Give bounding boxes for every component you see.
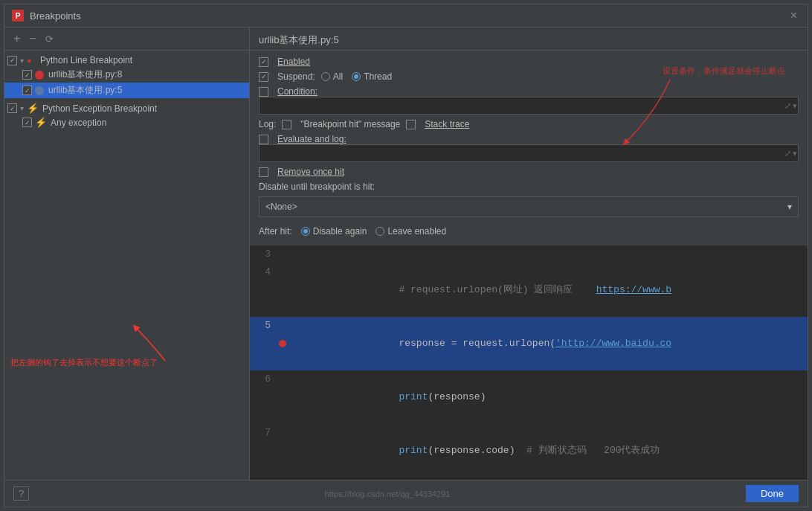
checkbox-any-exception[interactable] <box>22 118 32 127</box>
checkbox-suspend[interactable] <box>259 72 268 82</box>
dropdown-chevron: ▾ <box>787 202 792 212</box>
line-content-7: print(response.code) # 判断状态码 200代表成功 <box>289 424 808 478</box>
code-lines: 3 4 # request.urlopen(网址) 返回响应 https://w… <box>250 245 808 480</box>
expand-arrow-exc: ▾ <box>20 104 24 112</box>
tree-item-python-line-bp[interactable]: ▾ ● Python Line Breakpoint <box>4 54 249 67</box>
bp-icon-line: ● <box>27 56 36 65</box>
checkbox-evaluate[interactable] <box>259 135 268 144</box>
checkbox-condition[interactable] <box>259 87 268 97</box>
evaluate-input-row: ⤢ ▾ <box>259 144 799 162</box>
radio-thread-circle <box>352 72 361 81</box>
checkbox-enabled[interactable] <box>259 57 268 67</box>
checkbox-python-exc-bp[interactable] <box>7 103 17 113</box>
disable-until-dropdown[interactable]: <None> ▾ <box>259 196 799 217</box>
after-hit-label: After hit: <box>259 226 292 237</box>
code-line-7: 7 print(response.code) # 判断状态码 200代表成功 <box>250 424 808 478</box>
code-area: 3 4 # request.urlopen(网址) 返回响应 https://w… <box>250 245 808 480</box>
evaluate-input-wrapper: ⤢ ▾ <box>259 144 799 162</box>
settings-area: Enabled Suspend: All Thread <box>250 51 808 245</box>
line-num-4: 4 <box>250 263 277 317</box>
left-panel: + − ⟳ ▾ ● Python Line Breakpoint urllib基… <box>4 28 250 480</box>
checkbox-python-line-bp[interactable] <box>7 56 17 65</box>
checkbox-urllib-py8[interactable] <box>22 70 32 80</box>
expand-arrow: ▾ <box>20 57 24 65</box>
line-content-5: response = request.urlopen('http://www.b… <box>289 317 808 370</box>
code-line-3: 3 <box>250 245 808 263</box>
code-url: https://www.b <box>596 284 671 295</box>
bp-marker-4 <box>277 263 289 317</box>
radio-leave-circle <box>376 227 384 236</box>
restore-button[interactable]: ⟳ <box>42 32 57 46</box>
main-content: + − ⟳ ▾ ● Python Line Breakpoint urllib基… <box>4 28 808 480</box>
annotation-right: 设置条件，条件满足就会停止断点 <box>663 65 785 77</box>
line-num-5: 5 <box>250 317 277 370</box>
radio-all[interactable]: All <box>321 71 343 82</box>
condition-input[interactable] <box>259 97 799 115</box>
tree-item-any-exception[interactable]: ⚡ Any exception <box>4 115 249 129</box>
radio-thread[interactable]: Thread <box>352 71 392 82</box>
code-indent <box>376 284 399 295</box>
dropdown-icon-eval[interactable]: ▾ <box>793 149 797 158</box>
evaluate-input[interactable] <box>259 144 799 162</box>
close-button[interactable]: × <box>787 9 800 22</box>
evaluate-row: Evaluate and log: <box>259 134 799 144</box>
toolbar: + − ⟳ <box>4 28 249 51</box>
done-button[interactable]: Done <box>746 485 799 502</box>
bp-hit-label: "Breakpoint hit" message <box>300 119 400 129</box>
line-num-7: 7 <box>250 424 277 478</box>
bp-marker-3 <box>277 245 289 263</box>
radio-thread-label: Thread <box>364 71 392 82</box>
tree-item-python-exc-bp[interactable]: ▾ ⚡ Python Exception Breakpoint <box>4 101 249 115</box>
label-any-exception: Any exception <box>51 118 106 128</box>
dropdown-value: <None> <box>265 202 297 212</box>
tree-item-urllib-py8[interactable]: urllib基本使用.py:8 <box>4 67 249 83</box>
expand-icon[interactable]: ⤢ <box>784 101 791 111</box>
suspend-radio-group: All Thread <box>321 71 392 82</box>
radio-leave-enabled[interactable]: Leave enabled <box>376 226 446 237</box>
label-urllib-py8: urllib基本使用.py:8 <box>48 68 122 81</box>
app-icon: P <box>12 10 24 22</box>
status-url: https://blog.csdn.net/qq_44334291 <box>325 489 451 498</box>
suspend-label: Suspend: <box>277 71 315 82</box>
condition-input-icons: ⤢ ▾ <box>784 101 797 111</box>
checkbox-stack-trace[interactable] <box>406 120 416 129</box>
annotation-arrow-left <box>128 320 173 364</box>
disable-until-section: Disable until breakpoint is hit: <None> … <box>259 181 799 219</box>
disable-again-label: Disable again <box>313 226 367 237</box>
checkbox-remove-once[interactable] <box>259 167 268 177</box>
remove-once-row: Remove once hit <box>259 167 799 177</box>
radio-disable-again[interactable]: Disable again <box>301 226 367 237</box>
evaluate-label: Evaluate and log: <box>277 134 347 144</box>
line-num-6: 6 <box>250 370 277 424</box>
bp-marker-7 <box>277 424 289 478</box>
line-content-6: print(response) <box>289 370 808 424</box>
code-comment: # request.urlopen(网址) 返回响应 <box>399 284 596 295</box>
evaluate-input-icons: ⤢ ▾ <box>784 149 797 158</box>
bp-dot-gray <box>35 86 44 95</box>
annotation-arrow-right <box>618 76 677 150</box>
lightning-icon: ⚡ <box>27 103 39 114</box>
checkbox-urllib-py5[interactable] <box>22 86 32 95</box>
annotation-left: 把左侧的钩了去掉表示不想要这个断点了 <box>10 357 158 368</box>
add-button[interactable]: + <box>10 30 23 47</box>
tree-item-urllib-py5[interactable]: urllib基本使用.py:5 <box>4 83 249 98</box>
remove-once-label: Remove once hit <box>277 167 344 177</box>
checkbox-bp-hit[interactable] <box>282 120 291 129</box>
disable-until-label: Disable until breakpoint is hit: <box>259 181 799 192</box>
label-python-line-bp: Python Line Breakpoint <box>40 55 132 65</box>
condition-label: Condition: <box>277 86 318 97</box>
breakpoints-dialog: P Breakpoints × + − ⟳ ▾ ● Python Line Br… <box>4 4 808 507</box>
leave-enabled-label: Leave enabled <box>387 226 446 237</box>
after-hit-row: After hit: Disable again Leave enabled <box>259 223 799 240</box>
bp-file-title: urllib基本使用.py:5 <box>250 28 808 51</box>
remove-button[interactable]: − <box>26 30 39 47</box>
condition-section: Condition: ⤢ ▾ <box>259 86 799 115</box>
line-content-3 <box>289 245 808 263</box>
expand-icon-eval[interactable]: ⤢ <box>784 149 791 158</box>
help-button[interactable]: ? <box>13 486 29 501</box>
radio-all-circle <box>321 72 330 81</box>
label-python-exc-bp: Python Exception Breakpoint <box>42 103 157 114</box>
bp-marker-6 <box>277 370 289 424</box>
radio-all-label: All <box>333 71 343 82</box>
dropdown-icon[interactable]: ▾ <box>793 101 797 111</box>
